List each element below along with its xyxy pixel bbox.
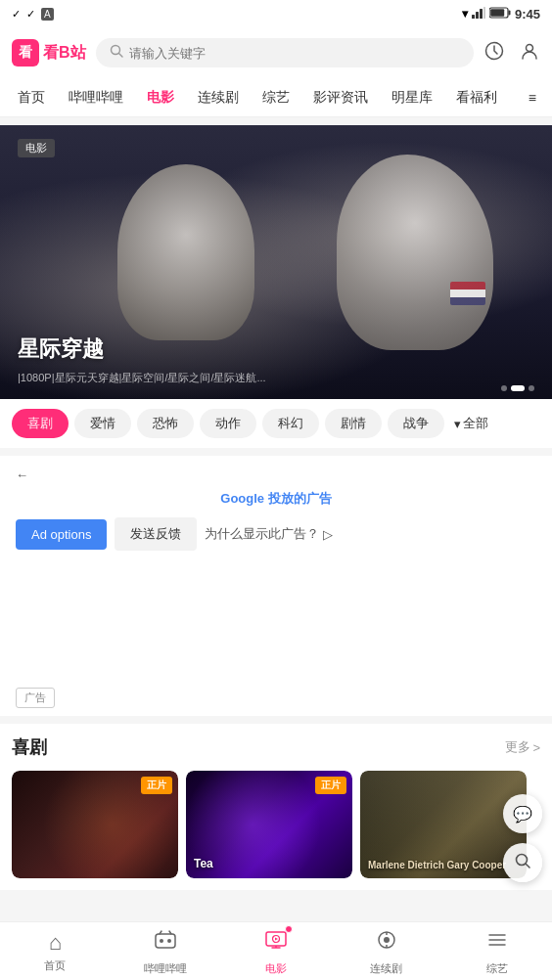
svg-point-11 bbox=[517, 855, 528, 866]
search-bar[interactable] bbox=[96, 38, 474, 67]
status-left: ✓ ✓ A bbox=[12, 8, 54, 21]
svg-point-10 bbox=[527, 44, 533, 51]
ad-options-button[interactable]: Ad options bbox=[16, 519, 107, 550]
ad-suffix-text: 投放的广告 bbox=[264, 491, 332, 506]
flag-badge bbox=[450, 282, 485, 305]
astronaut-figure-1 bbox=[117, 164, 254, 340]
nav-item-home[interactable]: 首页 bbox=[8, 83, 55, 112]
genre-war[interactable]: 战争 bbox=[388, 409, 444, 438]
history-icon[interactable] bbox=[483, 40, 505, 67]
filter-icon: ▾ bbox=[454, 417, 461, 431]
genre-action[interactable]: 动作 bbox=[200, 409, 256, 438]
svg-line-8 bbox=[118, 54, 122, 58]
bottom-navigation: ⌂ 首页 哔哩哔哩 电影 bbox=[0, 921, 552, 980]
ad-badge: 广告 bbox=[16, 688, 55, 708]
bottom-nav-movie[interactable]: 电影 bbox=[221, 922, 332, 980]
ad-play-icon: ▷ bbox=[323, 527, 333, 542]
bottom-nav-variety[interactable]: 综艺 bbox=[441, 922, 552, 980]
movie-card-3[interactable]: Marlene Dietrich Gary Cooper bbox=[360, 771, 527, 878]
navigation-bar: 首页 哔哩哔哩 电影 连续剧 综艺 影评资讯 明星库 看福利 ≡ bbox=[0, 78, 552, 117]
nav-item-bilibili[interactable]: 哔哩哔哩 bbox=[59, 83, 133, 112]
svg-rect-13 bbox=[156, 934, 175, 948]
ad-badge-row: 广告 bbox=[0, 680, 552, 716]
float-chat-button[interactable]: 💬 bbox=[503, 794, 542, 833]
genre-drama[interactable]: 剧情 bbox=[325, 409, 382, 438]
section-more-button[interactable]: 更多 > bbox=[505, 738, 540, 756]
ad-why-link[interactable]: 为什么显示此广告？ ▷ bbox=[205, 525, 333, 543]
header: 看 看B站 bbox=[0, 27, 552, 78]
comedy-section: 喜剧 更多 > 正片 正片 Tea bbox=[0, 724, 552, 890]
svg-rect-6 bbox=[490, 9, 504, 17]
bottom-variety-label: 综艺 bbox=[486, 961, 508, 976]
search-float-icon bbox=[514, 852, 531, 873]
svg-point-15 bbox=[167, 939, 171, 943]
status-check1: ✓ bbox=[12, 8, 21, 21]
user-icon[interactable] bbox=[519, 40, 540, 67]
genre-bar: 喜剧 爱情 恐怖 动作 科幻 剧情 战争 ▾ 全部 bbox=[0, 399, 552, 448]
hero-banner[interactable]: 电影 星际穿越 |1080P|星际元天穿越|星际空间/星际之间/星际迷航... bbox=[0, 125, 552, 399]
header-icons bbox=[483, 40, 540, 67]
back-arrow-icon: ← bbox=[16, 468, 28, 482]
ad-back-button[interactable]: ← bbox=[16, 468, 536, 482]
logo[interactable]: 看 看B站 bbox=[12, 39, 86, 67]
nav-item-stars[interactable]: 明星库 bbox=[382, 83, 442, 112]
nav-item-movie[interactable]: 电影 bbox=[137, 83, 184, 112]
logo-icon: 看 bbox=[12, 39, 39, 67]
search-icon bbox=[110, 44, 123, 62]
bottom-series-label: 连续剧 bbox=[370, 961, 402, 976]
nav-item-review[interactable]: 影评资讯 bbox=[303, 83, 378, 112]
bottom-nav-home[interactable]: ⌂ 首页 bbox=[0, 922, 111, 980]
movie-card-1[interactable]: 正片 bbox=[12, 771, 178, 878]
hero-dots bbox=[501, 385, 534, 391]
svg-rect-2 bbox=[480, 9, 483, 19]
section-title: 喜剧 bbox=[12, 735, 47, 759]
dot-1 bbox=[501, 385, 507, 391]
movie-card-2[interactable]: 正片 Tea bbox=[186, 771, 352, 878]
genre-all-button[interactable]: ▾ 全部 bbox=[454, 415, 488, 432]
status-a-icon: A bbox=[41, 8, 54, 21]
wifi-icon: ▾ bbox=[462, 7, 468, 21]
ad-content-area bbox=[0, 562, 552, 680]
movie-badge-2: 正片 bbox=[315, 777, 346, 794]
nav-more-icon: ≡ bbox=[529, 90, 536, 106]
nav-item-variety[interactable]: 综艺 bbox=[253, 83, 299, 112]
svg-rect-5 bbox=[508, 10, 510, 15]
chat-icon: 💬 bbox=[513, 805, 532, 824]
search-input[interactable] bbox=[129, 46, 460, 61]
signal-icon bbox=[472, 7, 485, 22]
bottom-bilibili-label: 哔哩哔哩 bbox=[144, 961, 187, 976]
svg-point-24 bbox=[384, 937, 390, 943]
series-icon bbox=[374, 927, 399, 958]
movie-image-1: 正片 bbox=[12, 771, 178, 878]
bottom-nav-bilibili[interactable]: 哔哩哔哩 bbox=[111, 922, 221, 980]
float-search-button[interactable] bbox=[503, 843, 542, 882]
genre-romance[interactable]: 爱情 bbox=[74, 409, 131, 438]
genre-scifi[interactable]: 科幻 bbox=[262, 409, 319, 438]
floating-buttons: 💬 bbox=[503, 794, 542, 882]
section-header: 喜剧 更多 > bbox=[12, 735, 540, 759]
nav-more-button[interactable]: ≡ bbox=[521, 84, 544, 111]
nav-item-series[interactable]: 连续剧 bbox=[188, 83, 249, 112]
hero-category-label: 电影 bbox=[18, 139, 55, 157]
svg-rect-0 bbox=[472, 15, 475, 19]
movie-overlay-3: Marlene Dietrich Gary Cooper bbox=[368, 860, 506, 870]
movie-image-2: 正片 Tea bbox=[186, 771, 352, 878]
svg-line-12 bbox=[527, 865, 530, 869]
bottom-home-label: 首页 bbox=[44, 958, 66, 973]
hero-subtitle: |1080P|星际元天穿越|星际空间/星际之间/星际迷航... bbox=[18, 371, 266, 385]
ad-google-label: Google 投放的广告 bbox=[16, 490, 536, 508]
google-brand-text: Google bbox=[220, 491, 264, 506]
movie-grid: 正片 正片 Tea Marlene Dietrich Gary Cooper bbox=[12, 771, 540, 878]
ad-section: ← Google 投放的广告 Ad options 发送反馈 为什么显示此广告？… bbox=[0, 456, 552, 562]
tv-icon bbox=[263, 927, 289, 958]
bottom-nav-series[interactable]: 连续剧 bbox=[331, 922, 441, 980]
nav-item-welfare[interactable]: 看福利 bbox=[446, 83, 507, 112]
movie-overlay-2: Tea bbox=[194, 857, 213, 870]
variety-icon bbox=[484, 927, 510, 958]
status-check2: ✓ bbox=[26, 8, 35, 21]
genre-comedy[interactable]: 喜剧 bbox=[12, 409, 69, 438]
ad-feedback-button[interactable]: 发送反馈 bbox=[115, 517, 197, 551]
tv-active-dot bbox=[285, 925, 293, 933]
genre-horror[interactable]: 恐怖 bbox=[137, 409, 194, 438]
status-bar: ✓ ✓ A ▾ 9:45 bbox=[0, 0, 552, 27]
